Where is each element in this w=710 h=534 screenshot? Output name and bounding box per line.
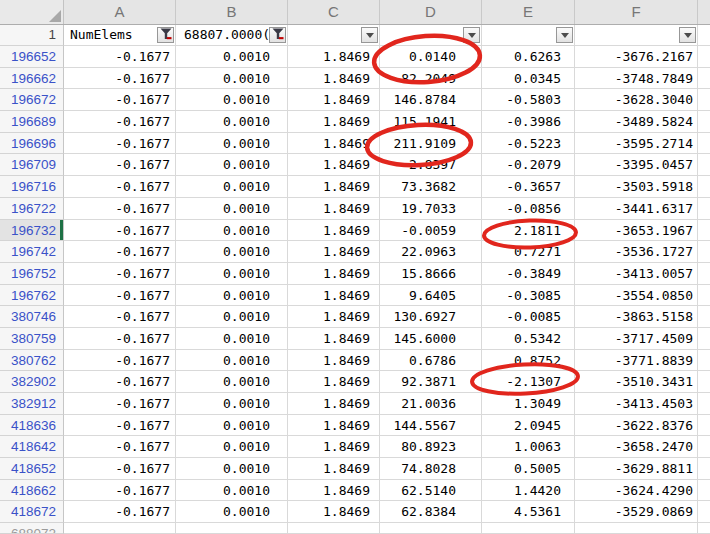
cell-e-418662[interactable]: 1.4420 <box>482 480 575 502</box>
column-header-d[interactable]: D <box>380 0 482 24</box>
cell-f-382912[interactable]: -3413.4503 <box>575 393 698 415</box>
cell-b-380746[interactable]: 0.0010 <box>176 306 288 328</box>
cell-f-380746[interactable]: -3863.5158 <box>575 306 698 328</box>
cell-f-196709[interactable]: -3395.0457 <box>575 154 698 176</box>
cell-e-380746[interactable]: -0.0085 <box>482 306 575 328</box>
filter-funnel-button-a[interactable] <box>157 27 174 43</box>
row-header-196722[interactable]: 196722 <box>0 198 64 220</box>
cell-e-196722[interactable]: -0.0856 <box>482 198 575 220</box>
cell-f-196762[interactable]: -3554.0850 <box>575 285 698 307</box>
cell-c-196689[interactable]: 1.8469 <box>288 111 380 133</box>
row-header-196652[interactable]: 196652 <box>0 46 64 68</box>
cell-c-418636[interactable]: 1.8469 <box>288 415 380 437</box>
cell-f-196716[interactable]: -3503.5918 <box>575 176 698 198</box>
cell-e-380762[interactable]: 0.8752 <box>482 350 575 372</box>
cell-f-418672[interactable]: -3529.0869 <box>575 501 698 523</box>
cell-b-196752[interactable]: 0.0010 <box>176 263 288 285</box>
row-header-382912[interactable]: 382912 <box>0 393 64 415</box>
cell-d-196732[interactable]: -0.0059 <box>380 220 482 242</box>
row-header-196742[interactable]: 196742 <box>0 241 64 263</box>
cell-f-196662[interactable]: -3748.7849 <box>575 68 698 90</box>
cell-d-380762[interactable]: 0.6786 <box>380 350 482 372</box>
row-header-196662[interactable]: 196662 <box>0 68 64 90</box>
cell-e-196742[interactable]: 0.7271 <box>482 241 575 263</box>
cell-d-196672[interactable]: 146.8784 <box>380 89 482 111</box>
cell-b-380759[interactable]: 0.0010 <box>176 328 288 350</box>
cell-f-196742[interactable]: -3536.1727 <box>575 241 698 263</box>
cell-a-196672[interactable]: -0.1677 <box>64 89 176 111</box>
cell-d-382912[interactable]: 21.0036 <box>380 393 482 415</box>
row-header-380759[interactable]: 380759 <box>0 328 64 350</box>
cell-a-418636[interactable]: -0.1677 <box>64 415 176 437</box>
cell-c-196742[interactable]: 1.8469 <box>288 241 380 263</box>
cell-d-196742[interactable]: 22.0963 <box>380 241 482 263</box>
cell-e-382912[interactable]: 1.3049 <box>482 393 575 415</box>
cell-d-196689[interactable]: 115.1941 <box>380 111 482 133</box>
cell-f-196732[interactable]: -3653.1967 <box>575 220 698 242</box>
cell-c-380746[interactable]: 1.8469 <box>288 306 380 328</box>
cell-b-196716[interactable]: 0.0010 <box>176 176 288 198</box>
cell-f-196752[interactable]: -3413.0057 <box>575 263 698 285</box>
column-header-f[interactable]: F <box>575 0 698 24</box>
cell-d-196662[interactable]: 82.2049 <box>380 68 482 90</box>
cell-d-380746[interactable]: 130.6927 <box>380 306 482 328</box>
cell-e-196709[interactable]: -0.2079 <box>482 154 575 176</box>
cell-b-380762[interactable]: 0.0010 <box>176 350 288 372</box>
header-cell-c1[interactable] <box>288 25 380 46</box>
filter-dropdown-button-c[interactable] <box>361 27 378 43</box>
cell-e-382902[interactable]: -2.1307 <box>482 371 575 393</box>
cell-e-196716[interactable]: -0.3657 <box>482 176 575 198</box>
cell-f-418636[interactable]: -3622.8376 <box>575 415 698 437</box>
cell-b-382912[interactable]: 0.0010 <box>176 393 288 415</box>
cell-b-196742[interactable]: 0.0010 <box>176 241 288 263</box>
cell-f-196672[interactable]: -3628.3040 <box>575 89 698 111</box>
select-all-corner[interactable] <box>0 0 64 24</box>
cell-d-418642[interactable]: 80.8923 <box>380 436 482 458</box>
cell-c-196696[interactable]: 1.8469 <box>288 133 380 155</box>
cell-a-196752[interactable]: -0.1677 <box>64 263 176 285</box>
cell-d-418652[interactable]: 74.8028 <box>380 458 482 480</box>
column-header-a[interactable]: A <box>64 0 176 24</box>
cell-c-196652[interactable]: 1.8469 <box>288 46 380 68</box>
cell-a-196689[interactable]: -0.1677 <box>64 111 176 133</box>
header-cell-e1[interactable] <box>482 25 575 46</box>
header-cell-d1[interactable] <box>380 25 482 46</box>
cell-a-196732[interactable]: -0.1677 <box>64 220 176 242</box>
cell-c-380759[interactable]: 1.8469 <box>288 328 380 350</box>
filter-dropdown-button-d[interactable] <box>463 27 480 43</box>
cell-a-418642[interactable]: -0.1677 <box>64 436 176 458</box>
cell-d-196709[interactable]: 2.8397 <box>380 154 482 176</box>
row-header-418662[interactable]: 418662 <box>0 480 64 502</box>
cell-e-196672[interactable]: -0.5803 <box>482 89 575 111</box>
row-header-418652[interactable]: 418652 <box>0 458 64 480</box>
cell-e-196752[interactable]: -0.3849 <box>482 263 575 285</box>
cell-b-196689[interactable]: 0.0010 <box>176 111 288 133</box>
cell-a-196709[interactable]: -0.1677 <box>64 154 176 176</box>
cell-d-418672[interactable]: 62.8384 <box>380 501 482 523</box>
column-header-c[interactable]: C <box>288 0 380 24</box>
cell-b-196662[interactable]: 0.0010 <box>176 68 288 90</box>
column-header-e[interactable]: E <box>482 0 575 24</box>
cell-a-380759[interactable]: -0.1677 <box>64 328 176 350</box>
cell-a-196742[interactable]: -0.1677 <box>64 241 176 263</box>
cell-c-196752[interactable]: 1.8469 <box>288 263 380 285</box>
row-header-196696[interactable]: 196696 <box>0 133 64 155</box>
cell-b-382902[interactable]: 0.0010 <box>176 371 288 393</box>
cell-b-418652[interactable]: 0.0010 <box>176 458 288 480</box>
cell-f-196722[interactable]: -3441.6317 <box>575 198 698 220</box>
cell-a-196662[interactable]: -0.1677 <box>64 68 176 90</box>
cell-e-196662[interactable]: 0.0345 <box>482 68 575 90</box>
cell-b-418636[interactable]: 0.0010 <box>176 415 288 437</box>
cell-a-382902[interactable]: -0.1677 <box>64 371 176 393</box>
row-header-196672[interactable]: 196672 <box>0 89 64 111</box>
cell-e-418672[interactable]: 4.5361 <box>482 501 575 523</box>
cell-c-196662[interactable]: 1.8469 <box>288 68 380 90</box>
row-header-382902[interactable]: 382902 <box>0 371 64 393</box>
cell-f-380759[interactable]: -3717.4509 <box>575 328 698 350</box>
header-cell-a1[interactable]: NumElems <box>64 25 176 46</box>
cell-d-382902[interactable]: 92.3871 <box>380 371 482 393</box>
row-header-196732[interactable]: 196732 <box>0 220 64 242</box>
cell-c-418672[interactable]: 1.8469 <box>288 501 380 523</box>
cell-e-418636[interactable]: 2.0945 <box>482 415 575 437</box>
cell-a-418662[interactable]: -0.1677 <box>64 480 176 502</box>
